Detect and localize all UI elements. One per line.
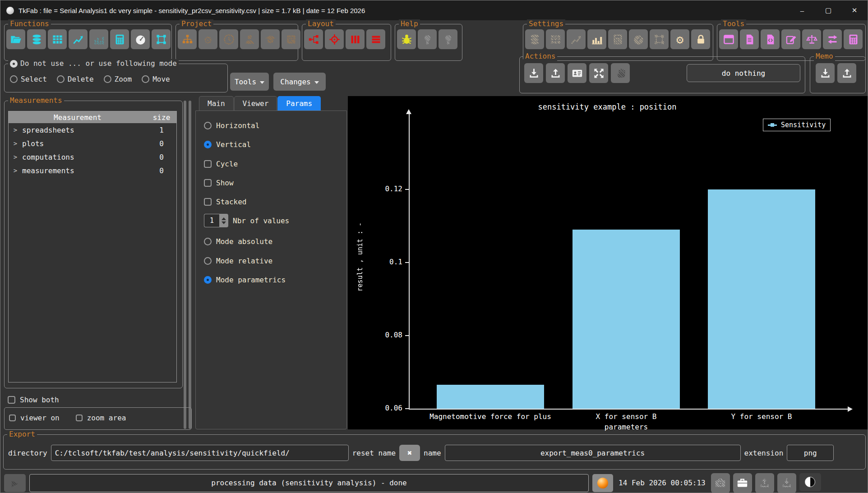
download-button[interactable] [816,63,835,83]
bar-1[interactable] [437,385,544,409]
vertical-scrollbar[interactable] [184,101,193,429]
mortarboard-button[interactable] [261,29,280,49]
param-nbr-of-values[interactable]: 1Nbr of values [204,214,289,227]
table-row-measurements[interactable]: >measurements0 [9,164,176,177]
line-chart-button[interactable] [69,29,88,49]
gauge-button[interactable] [629,29,648,49]
do-nothing-button[interactable]: do nothing [687,64,800,82]
tab-main[interactable]: Main [199,96,234,111]
columns-button[interactable] [346,29,365,49]
lock-button[interactable] [691,29,710,49]
database-button[interactable] [525,29,544,49]
gauge-button[interactable] [131,29,150,49]
bar-3[interactable] [708,189,815,409]
mode-option-delete[interactable]: Delete [57,75,94,83]
param-mode-absolute[interactable]: Mode absolute [204,237,272,246]
database-button[interactable] [27,29,46,49]
group-label: Functions [8,19,51,28]
viewer-on-checkbox[interactable] [9,415,16,421]
status-indicator-button[interactable] [592,474,613,492]
folder-open-button[interactable] [6,29,25,49]
upload-button[interactable] [546,63,565,83]
table-button[interactable] [546,29,565,49]
param-cycle[interactable]: Cycle [204,160,238,168]
upload-button[interactable] [755,473,774,493]
bulb-button[interactable] [439,29,457,49]
param-stacked[interactable]: Stacked [204,198,246,206]
transform-button[interactable] [650,29,669,49]
param-mode-relative[interactable]: Mode relative [204,257,272,265]
rows-button[interactable] [366,29,385,49]
extension-input[interactable]: png [787,445,834,461]
arrows-swap-button[interactable] [823,29,842,49]
line-chart-button[interactable] [567,29,586,49]
calculator-button[interactable] [608,29,627,49]
expand-button[interactable] [589,63,608,83]
table-row-spreadsheets[interactable]: >spreadsheets1 [9,123,176,137]
bar-chart-button[interactable] [89,29,108,49]
zoom-area-checkbox[interactable] [76,415,83,421]
window-button[interactable] [719,29,738,49]
edit-button[interactable] [781,29,800,49]
download-button[interactable] [777,473,796,493]
show-both-checkbox[interactable] [8,396,15,404]
tab-viewer[interactable]: Viewer [234,96,277,111]
person-button[interactable] [240,29,259,49]
document-button[interactable] [740,29,759,49]
directory-input[interactable]: C:/tclsoft/tkfab/test/analysis/sensitivi… [51,445,349,461]
gear-button[interactable]: ⚙ [199,29,217,49]
spinbox-arrows[interactable] [219,214,228,227]
calculator-button[interactable] [844,29,863,49]
do-not-use-radio[interactable] [10,60,18,68]
tools-menu-button[interactable]: Tools [230,73,269,91]
download-icon [528,67,540,79]
contact-card-button[interactable] [568,63,586,83]
play-button[interactable]: ▶ [4,474,26,492]
param-mode-parametrics[interactable]: Mode parametrics [204,276,286,284]
mode-option-move[interactable]: Move [142,75,170,83]
mode-option-zoom[interactable]: Zoom [104,75,132,83]
clear-name-button[interactable]: ✖ [399,445,420,461]
expander-icon[interactable]: > [9,126,22,134]
param-vertical[interactable]: Vertical [204,140,251,149]
calculator-button[interactable] [110,29,129,49]
expander-icon[interactable]: > [9,153,22,161]
contrast-toggle-button[interactable] [799,473,821,491]
download-button[interactable] [524,63,543,83]
note-button[interactable] [282,29,300,49]
column-header-measurement[interactable]: Measurement [9,113,147,122]
param-show[interactable]: Show [204,179,234,187]
bar-chart-button[interactable] [587,29,606,49]
table-button[interactable] [48,29,67,49]
spinbox-value[interactable]: 1 [204,214,219,227]
gears-button[interactable]: ⚙ [670,29,689,49]
transform-button[interactable] [152,29,171,49]
maximize-button[interactable]: ▢ [815,0,841,20]
expander-icon[interactable]: > [9,140,22,147]
bug-button[interactable] [397,29,416,49]
table-row-computations[interactable]: >computations0 [9,150,176,164]
briefcase-button[interactable] [733,473,752,493]
bar-2[interactable] [573,230,680,409]
scales-button[interactable] [802,29,821,49]
clock-button[interactable] [219,29,238,49]
camera-button[interactable] [711,473,730,493]
expander-icon[interactable]: > [9,167,22,174]
bulb-button[interactable] [418,29,437,49]
minimize-button[interactable]: – [789,0,815,20]
changes-menu-button[interactable]: Changes [273,73,326,91]
mode-option-select[interactable]: Select [10,75,47,83]
hand-cursor-button[interactable] [611,63,630,83]
target-button[interactable] [325,29,344,49]
tab-params[interactable]: Params [277,96,321,111]
tree-button[interactable] [178,29,197,49]
table-row-plots[interactable]: >plots0 [9,137,176,150]
layout-tree-button[interactable] [304,29,323,49]
note-icon [285,33,297,46]
column-header-size[interactable]: size [147,113,176,122]
name-input[interactable]: export_meas0_parametrics [445,445,741,461]
upload-button[interactable] [837,63,856,83]
code-file-button[interactable] [761,29,780,49]
close-button[interactable]: ✕ [841,0,868,20]
param-horizontal[interactable]: Horizontal [204,121,259,130]
